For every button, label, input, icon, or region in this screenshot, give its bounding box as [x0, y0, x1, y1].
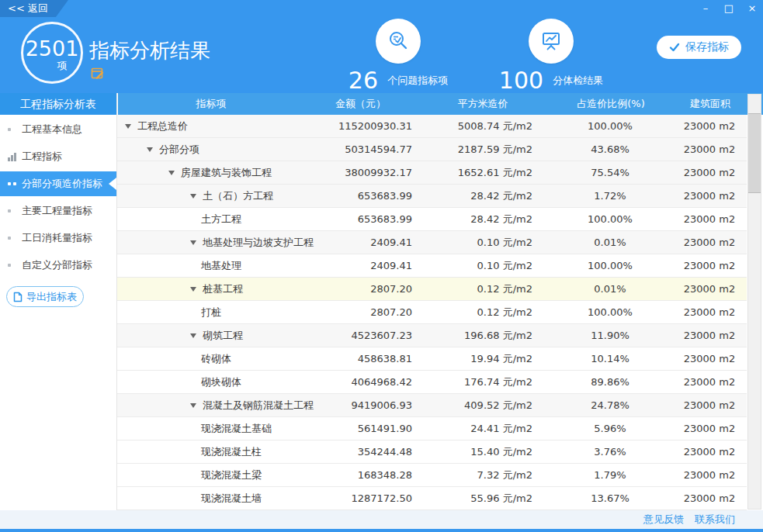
back-button[interactable]: << 返回	[0, 0, 68, 17]
close-button[interactable]: ×	[746, 0, 758, 17]
cell-amount: 168348.28	[303, 464, 416, 486]
scrollbar-thumb[interactable]	[748, 113, 761, 193]
row-indicator-label: 工程总造价	[137, 119, 188, 133]
table-row[interactable]: 地基处理2409.410.10 元/m2100.00%23000 m2	[117, 254, 747, 278]
sidebar-header: 工程指标分析表	[0, 93, 116, 115]
problem-indicators-stat: 26 个问题指标项	[313, 19, 484, 94]
cell-amount: 354244.48	[303, 440, 416, 463]
table-row[interactable]: 砌块砌体4064968.42176.74 元/m289.86%23000 m2	[117, 371, 747, 394]
table-row[interactable]: 砖砌体458638.8119.94 元/m210.14%23000 m2	[117, 347, 747, 371]
edit-icon[interactable]	[91, 67, 106, 82]
row-indicator-label: 现浇混凝土梁	[201, 468, 262, 482]
app-window: << 返回 – □ × 2501 项 指标分析结果	[0, 0, 763, 532]
table-row[interactable]: 房屋建筑与装饰工程38009932.171652.61 元/m275.54%23…	[117, 161, 747, 185]
cell-sqm-cost: 19.94 元/m2	[416, 347, 548, 370]
row-indicator-label: 现浇混凝土柱	[201, 445, 262, 459]
save-button-label: 保存指标	[685, 40, 729, 54]
chart-board-icon[interactable]	[529, 19, 574, 64]
cell-building-area: 23000 m2	[672, 138, 747, 161]
save-indicators-button[interactable]: 保存指标	[657, 36, 741, 59]
column-header-indicator: 指标项	[118, 93, 304, 115]
cell-building-area: 23000 m2	[672, 371, 747, 393]
cell-sqm-cost: 15.40 元/m2	[416, 440, 548, 463]
bottom-accent-strip	[0, 529, 763, 532]
table-row[interactable]: 现浇混凝土墙1287172.5055.96 元/m213.67%23000 m2	[117, 487, 747, 510]
sidebar-item-3[interactable]: 主要工程量指标	[0, 199, 116, 223]
sidebar-item-5[interactable]: 自定义分部指标	[0, 253, 116, 278]
contact-link[interactable]: 联系我们	[695, 513, 735, 527]
cell-amount: 38009932.17	[303, 161, 416, 184]
sidebar-item-4[interactable]: 工日消耗量指标	[0, 226, 116, 250]
cell-sqm-cost: 0.12 元/m2	[416, 301, 548, 323]
document-icon	[13, 292, 23, 302]
sidebar-item-label: 工日消耗量指标	[22, 231, 92, 245]
sidebar-item-2[interactable]: 分部分项造价指标	[0, 171, 116, 196]
table-row[interactable]: 地基处理与边坡支护工程2409.410.10 元/m20.01%23000 m2	[117, 231, 747, 254]
cell-cost-ratio: 100.00%	[548, 208, 672, 230]
table-row[interactable]: 分部分项50314594.772187.59 元/m243.68%23000 m…	[117, 138, 747, 161]
collapse-triangle-icon[interactable]	[190, 287, 196, 292]
row-indicator-label: 土（石）方工程	[203, 189, 273, 203]
page-title: 指标分析结果	[89, 37, 210, 64]
magnifier-check-icon[interactable]	[376, 19, 421, 64]
problem-count: 26	[349, 67, 378, 94]
maximize-button[interactable]: □	[723, 0, 735, 17]
collapse-triangle-icon[interactable]	[147, 147, 153, 152]
cell-building-area: 23000 m2	[672, 347, 747, 370]
health-score-stat: 100 分体检结果	[466, 19, 636, 94]
cell-sqm-cost: 28.42 元/m2	[416, 208, 548, 230]
sidebar-item-0[interactable]: 工程基本信息	[0, 117, 116, 142]
table-row[interactable]: 现浇混凝土梁168348.287.32 元/m21.79%23000 m2	[117, 464, 747, 487]
table-row[interactable]: 砌筑工程4523607.23196.68 元/m211.90%23000 m2	[117, 324, 747, 347]
collapse-triangle-icon[interactable]	[190, 240, 196, 245]
cell-amount: 2409.41	[303, 231, 416, 254]
collapse-triangle-icon[interactable]	[190, 194, 196, 199]
cell-amount: 653683.99	[303, 208, 416, 230]
cell-sqm-cost: 409.52 元/m2	[416, 394, 548, 416]
cell-cost-ratio: 89.86%	[548, 371, 672, 393]
table-row[interactable]: 工程总造价115200930.315008.74 元/m2100.00%2300…	[117, 115, 747, 138]
cell-amount: 9419006.93	[303, 394, 416, 416]
table-row[interactable]: 桩基工程2807.200.12 元/m20.01%23000 m2	[117, 278, 747, 301]
collapse-triangle-icon[interactable]	[168, 171, 175, 175]
sidebar-item-1[interactable]: 工程指标	[0, 144, 116, 169]
cell-building-area: 23000 m2	[672, 231, 747, 254]
cell-building-area: 23000 m2	[672, 278, 747, 300]
collapse-triangle-icon[interactable]	[190, 333, 196, 338]
footer: 意见反馈 联系我们	[0, 510, 763, 529]
row-indicator-label: 土方工程	[201, 212, 241, 226]
health-score-label: 分体检结果	[553, 74, 603, 86]
indicator-count-value: 2501	[23, 36, 81, 60]
cell-cost-ratio: 1.79%	[548, 464, 672, 486]
dot-icon	[8, 264, 19, 267]
cell-cost-ratio: 10.14%	[548, 347, 672, 370]
table-row[interactable]: 现浇混凝土基础561491.9024.41 元/m25.96%23000 m2	[117, 417, 747, 440]
indicator-count-unit: 项	[23, 59, 81, 73]
dot-icon	[8, 237, 19, 240]
table-row[interactable]: 打桩2807.200.12 元/m2100.00%23000 m2	[117, 301, 747, 324]
collapse-triangle-icon[interactable]	[125, 124, 131, 129]
collapse-triangle-icon[interactable]	[190, 403, 196, 408]
column-header-amount: 金额（元）	[304, 93, 417, 115]
row-indicator-label: 地基处理	[201, 259, 241, 273]
table-row[interactable]: 混凝土及钢筋混凝土工程9419006.93409.52 元/m224.78%23…	[117, 394, 747, 417]
table-row[interactable]: 土（石）方工程653683.9928.42 元/m21.72%23000 m2	[117, 185, 747, 208]
table-row[interactable]: 土方工程653683.9928.42 元/m2100.00%23000 m2	[117, 208, 747, 231]
cell-cost-ratio: 3.76%	[548, 440, 672, 463]
table-header-row: 指标项 金额（元） 平方米造价 占造价比例(%) 建筑面积	[117, 93, 763, 115]
cell-building-area: 23000 m2	[672, 208, 747, 230]
minimize-button[interactable]: –	[699, 0, 712, 17]
table-row[interactable]: 现浇混凝土柱354244.4815.40 元/m23.76%23000 m2	[117, 440, 747, 464]
feedback-link[interactable]: 意见反馈	[643, 513, 684, 527]
dot-icon	[8, 128, 19, 131]
column-header-building-area: 建筑面积	[673, 93, 747, 115]
window-controls: – □ ×	[699, 0, 758, 17]
indicator-table: 指标项 金额（元） 平方米造价 占造价比例(%) 建筑面积 工程总造价11520…	[117, 93, 763, 510]
cell-building-area: 23000 m2	[672, 185, 747, 207]
row-indicator-label: 混凝土及钢筋混凝土工程	[203, 399, 314, 413]
vertical-scrollbar[interactable]	[747, 94, 761, 510]
export-button[interactable]: 导出指标表	[6, 286, 84, 307]
main-body: 工程指标分析表 工程基本信息工程指标分部分项造价指标主要工程量指标工日消耗量指标…	[0, 93, 763, 510]
sidebar-item-label: 自定义分部指标	[22, 258, 92, 272]
row-indicator-label: 地基处理与边坡支护工程	[203, 236, 314, 250]
